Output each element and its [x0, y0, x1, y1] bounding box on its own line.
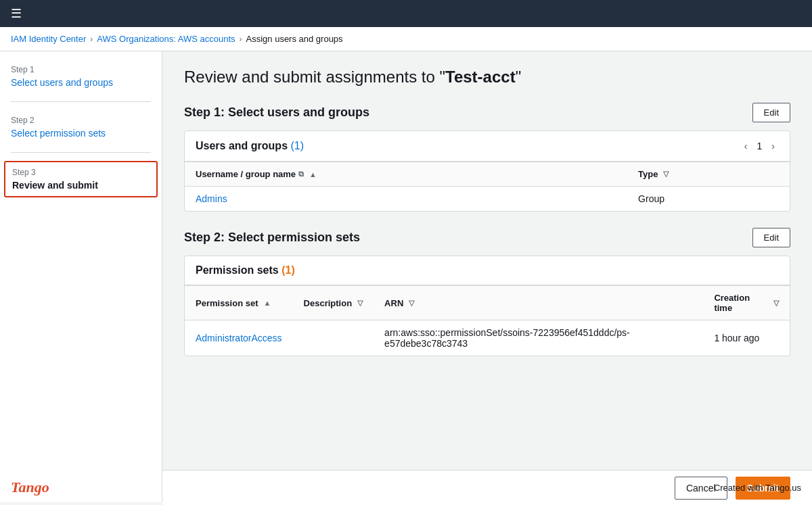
col-perm-set[interactable]: Permission set ▲	[185, 286, 293, 320]
col-creation-time[interactable]: Creation time ▽	[703, 286, 790, 320]
col-arn[interactable]: ARN ▽	[374, 286, 703, 320]
page-title: Review and submit assignments to "Test-a…	[184, 68, 790, 87]
sidebar-item-step3: Review and submit	[12, 180, 150, 191]
sidebar-item-step2[interactable]: Select permission sets	[11, 128, 151, 139]
admin-access-link[interactable]: AdministratorAccess	[196, 333, 282, 343]
page-title-suffix: "	[516, 68, 522, 86]
footer-action-bar: Cancel Submit	[162, 470, 812, 505]
step2-section: Step 2: Select permission sets Edit Perm…	[184, 228, 790, 356]
hamburger-icon[interactable]: ☰	[11, 6, 22, 21]
perm-table-row: AdministratorAccess arn:aws:sso::permiss…	[185, 320, 790, 356]
pagination-page-num: 1	[757, 141, 763, 151]
step3-number: Step 3	[12, 168, 150, 177]
perm-sets-head-row: Permission set ▲ Description ▽	[185, 286, 790, 320]
col-description[interactable]: Description ▽	[293, 286, 374, 320]
cell-arn: arn:aws:sso::permissionSet/ssoins-722395…	[374, 320, 703, 356]
users-groups-pagination: ‹ 1 ›	[740, 139, 779, 153]
perm-sets-count: (1)	[281, 264, 295, 276]
users-groups-table-head-row: Username / group name ⧉ ▲ Type ▽	[185, 162, 790, 187]
step2-edit-button[interactable]: Edit	[752, 228, 790, 247]
time-sort-icon[interactable]: ▽	[773, 299, 779, 308]
breadcrumb-sep-2: ›	[240, 34, 242, 44]
step1-number: Step 1	[11, 65, 151, 74]
cell-perm-name: AdministratorAccess	[185, 320, 293, 356]
perm-sets-title: Permission sets (1)	[196, 264, 295, 276]
sidebar-step-1: Step 1 Select users and groups	[11, 65, 151, 102]
breadcrumb-org-link[interactable]: AWS Organizations: AWS accounts	[97, 34, 235, 44]
step2-section-title: Step 2: Select permission sets	[184, 231, 360, 245]
sidebar-step-3: Step 3 Review and submit	[11, 161, 151, 206]
users-groups-table: Username / group name ⧉ ▲ Type ▽	[185, 162, 790, 211]
perm-sets-table: Permission set ▲ Description ▽	[185, 285, 790, 356]
col-username[interactable]: Username / group name ⧉ ▲	[185, 162, 627, 187]
desc-sort-icon[interactable]: ▽	[357, 299, 363, 308]
users-groups-table-container: Users and groups (1) ‹ 1 ›	[184, 130, 790, 212]
step1-edit-button[interactable]: Edit	[752, 103, 790, 122]
arn-sort-icon[interactable]: ▽	[409, 299, 414, 308]
main-layout: Step 1 Select users and groups Step 2 Se…	[0, 51, 812, 502]
submit-button[interactable]: Submit	[736, 477, 790, 500]
users-groups-title: Users and groups (1)	[196, 140, 304, 152]
breadcrumb: IAM Identity Center › AWS Organizations:…	[0, 27, 812, 51]
external-link-icon: ⧉	[298, 170, 304, 178]
cancel-button[interactable]: Cancel	[675, 477, 727, 500]
sidebar-item-step1[interactable]: Select users and groups	[11, 77, 151, 88]
sort-desc-icon[interactable]: ▽	[663, 170, 669, 178]
pagination-next-button[interactable]: ›	[767, 139, 779, 153]
users-groups-table-header: Users and groups (1) ‹ 1 ›	[185, 131, 790, 162]
perm-sets-table-container: Permission sets (1) Permission set ▲	[184, 256, 790, 356]
cell-username: Admins	[185, 187, 627, 212]
cell-description	[293, 320, 374, 356]
step1-section-header: Step 1: Select users and groups Edit	[184, 103, 790, 122]
admins-link[interactable]: Admins	[196, 193, 227, 204]
step1-section-title: Step 1: Select users and groups	[184, 105, 369, 120]
cell-creation-time: 1 hour ago	[703, 320, 790, 356]
page-title-prefix: Review and submit assignments to "	[184, 68, 445, 86]
pagination-prev-button[interactable]: ‹	[740, 139, 752, 153]
breadcrumb-current: Assign users and groups	[246, 34, 343, 44]
main-content: Review and submit assignments to "Test-a…	[162, 51, 812, 502]
sidebar-step-2: Step 2 Select permission sets	[11, 116, 151, 153]
step1-section: Step 1: Select users and groups Edit Use…	[184, 103, 790, 212]
users-groups-count: (1)	[290, 140, 304, 151]
perm-sort-asc-icon[interactable]: ▲	[264, 299, 271, 307]
sort-asc-icon[interactable]: ▲	[309, 170, 317, 178]
breadcrumb-sep-1: ›	[90, 34, 93, 44]
perm-sets-table-header: Permission sets (1)	[185, 256, 790, 285]
col-type[interactable]: Type ▽	[627, 162, 790, 187]
sidebar: Step 1 Select users and groups Step 2 Se…	[0, 51, 162, 502]
top-bar: ☰	[0, 0, 812, 27]
step2-number: Step 2	[11, 116, 151, 125]
table-row: Admins Group	[185, 187, 790, 212]
account-name: Test-acct	[445, 68, 516, 86]
step3-current-box: Step 3 Review and submit	[4, 161, 158, 197]
breadcrumb-iam-link[interactable]: IAM Identity Center	[11, 34, 86, 44]
step2-section-header: Step 2: Select permission sets Edit	[184, 228, 790, 247]
cell-type: Group	[627, 187, 790, 212]
